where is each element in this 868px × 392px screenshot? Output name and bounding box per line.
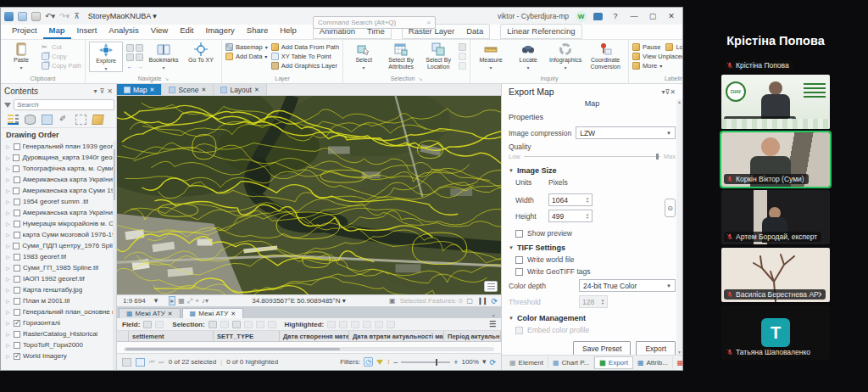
calculate-field-icon[interactable] bbox=[155, 321, 164, 328]
expand-icon[interactable]: ▷ bbox=[6, 165, 10, 171]
lock-view-icon[interactable]: ▢ bbox=[466, 297, 473, 305]
h3-icon[interactable] bbox=[351, 321, 359, 328]
switch-icon[interactable] bbox=[232, 321, 241, 328]
attributes-icon[interactable] bbox=[459, 62, 466, 70]
map-overlay-button[interactable] bbox=[484, 281, 498, 292]
dock-tab[interactable]: ▦ Chart P... bbox=[548, 356, 594, 369]
expand-icon[interactable]: ▷ bbox=[6, 276, 11, 282]
expand-icon[interactable]: ▷ bbox=[6, 265, 11, 271]
view-tab[interactable]: Scene ✕ bbox=[162, 84, 214, 95]
expand-icon[interactable]: ▷ bbox=[6, 154, 10, 160]
quality-slider[interactable] bbox=[524, 156, 660, 157]
paste-button[interactable]: Paste▾ bbox=[4, 42, 38, 70]
list-by-labeling-icon[interactable] bbox=[92, 115, 104, 125]
layer-row[interactable]: ▷ Дуровщина_карта 1940г geore... bbox=[1, 152, 116, 163]
color-depth-select[interactable]: 24-bit True Color▼ bbox=[579, 279, 676, 292]
layer-checkbox[interactable] bbox=[13, 243, 19, 249]
minimize-button[interactable]: — bbox=[628, 12, 640, 20]
account-badge[interactable]: W bbox=[576, 11, 587, 22]
h2-icon[interactable] bbox=[339, 321, 348, 328]
show-preview-checkbox[interactable] bbox=[515, 230, 523, 238]
select-by-attr-icon[interactable] bbox=[209, 321, 217, 328]
expand-icon[interactable]: ▷ bbox=[6, 188, 10, 193]
h6-icon[interactable] bbox=[387, 321, 395, 328]
form-view-icon[interactable] bbox=[136, 358, 145, 367]
view-tab[interactable]: Layout ✕ bbox=[214, 84, 266, 95]
close-view-icon[interactable]: ✕ bbox=[150, 87, 155, 93]
copy-path-button[interactable]: Copy Path bbox=[42, 62, 81, 70]
select-tool-icon[interactable]: ▸ bbox=[169, 296, 175, 305]
add-graphics-layer-button[interactable]: Add Graphics Layer bbox=[271, 62, 339, 70]
ribbon-tab[interactable]: Imagery bbox=[200, 24, 241, 39]
layer-checkbox[interactable] bbox=[14, 176, 20, 183]
zoom-in-table-icon[interactable]: + bbox=[453, 358, 458, 367]
expand-icon[interactable]: ▷ bbox=[6, 309, 11, 315]
column-header[interactable]: SETT_TYPE bbox=[214, 331, 280, 341]
export-button[interactable]: Export bbox=[636, 341, 676, 355]
layer-checkbox[interactable] bbox=[13, 188, 19, 194]
next-record-icon[interactable]: ⏭ bbox=[159, 359, 164, 366]
close-table-icon[interactable]: ✕ bbox=[231, 311, 236, 317]
ribbon-tab[interactable]: Linear Referencing bbox=[501, 25, 581, 38]
column-header[interactable]: Дата втрати актуальності матеріалу bbox=[349, 331, 444, 341]
layer-checkbox[interactable] bbox=[14, 210, 20, 216]
properties-section[interactable]: Properties bbox=[509, 113, 676, 121]
pause-labeling-button[interactable]: Pause bbox=[632, 43, 660, 51]
write-geotiff-tags-checkbox[interactable] bbox=[515, 268, 523, 276]
time-filter-icon[interactable]: ◷ bbox=[364, 357, 373, 367]
link-dimensions-icon[interactable]: ⊙ bbox=[665, 199, 676, 217]
add-data-from-path-button[interactable]: Add Data From Path bbox=[271, 43, 339, 51]
column-header[interactable]: settlement bbox=[129, 331, 214, 341]
ribbon-tab[interactable]: Project bbox=[6, 24, 43, 39]
layer-row[interactable]: ▷ 1954 georef summ .tif bbox=[1, 196, 116, 207]
close-view-icon[interactable]: ✕ bbox=[202, 87, 207, 93]
refresh-table-icon[interactable]: ⟳ bbox=[489, 358, 496, 367]
infographics-button[interactable]: Infographics▾ bbox=[548, 42, 582, 70]
layer-checkbox[interactable] bbox=[13, 154, 19, 161]
participant-tile[interactable]: T Татьяна Шаповаленко bbox=[721, 305, 830, 360]
map-view[interactable] bbox=[117, 96, 501, 294]
cut-button[interactable]: Cut bbox=[42, 43, 81, 51]
ribbon-tab[interactable]: Help bbox=[274, 24, 303, 39]
column-header[interactable]: Період актуальн bbox=[444, 331, 501, 341]
refresh-map-icon[interactable]: ⟳ bbox=[491, 297, 498, 305]
list-by-selection-icon[interactable] bbox=[42, 115, 53, 125]
layer-row[interactable]: ▷ World Imagery bbox=[1, 350, 116, 361]
previous-extent-icon[interactable]: ← bbox=[126, 63, 133, 70]
h4-icon[interactable] bbox=[363, 321, 371, 328]
add-field-icon[interactable] bbox=[143, 321, 152, 328]
expand-icon[interactable]: ▷ bbox=[6, 221, 11, 227]
table-panel-menu-icon[interactable]: ⌄ bbox=[491, 311, 499, 318]
write-world-file-checkbox[interactable] bbox=[515, 256, 523, 264]
copy-button[interactable]: Copy bbox=[42, 53, 81, 60]
dock-tab[interactable]: ▦ Attrib... bbox=[633, 356, 673, 369]
range-filter-icon[interactable] bbox=[376, 360, 383, 365]
participant-tile[interactable]: Коркін Віктор (Суми) bbox=[721, 132, 830, 187]
layer-row[interactable]: ▷ Суми_ГП_1985 Spline.tif bbox=[1, 262, 116, 273]
layer-checkbox[interactable] bbox=[14, 276, 20, 283]
list-by-snapping-icon[interactable] bbox=[75, 115, 86, 125]
expand-icon[interactable]: ▷ bbox=[6, 342, 11, 348]
expand-icon[interactable]: ▷ bbox=[6, 176, 11, 182]
audio-icon[interactable]: ♪▾ bbox=[202, 297, 209, 305]
layer-row[interactable]: ▷ Карта генштабу.jpg bbox=[1, 284, 116, 295]
participant-tile[interactable]: Артем Бородай, експерт bbox=[721, 190, 830, 244]
zoom-to-selection-icon[interactable] bbox=[459, 53, 466, 60]
scale-selector[interactable]: 1:9 694 ▾ bbox=[120, 296, 160, 305]
participant-tile[interactable]: Крістіна Попова bbox=[721, 56, 830, 71]
coordinates-readout[interactable]: 34.8093567°E 50.9089485°N ▾ bbox=[212, 297, 386, 305]
signed-in-user[interactable]: viktor - Cyberdjura-mp bbox=[498, 12, 569, 20]
help-button[interactable]: ? bbox=[609, 12, 621, 20]
ribbon-tab[interactable]: Map bbox=[43, 24, 71, 39]
dock-tab[interactable]: ▦ Export bbox=[594, 356, 633, 369]
image-size-section[interactable]: ▼Image Size bbox=[509, 166, 676, 175]
layer-row[interactable]: ▷ RasterCatalog_Historical bbox=[1, 328, 116, 339]
coordinate-conversion-button[interactable]: Coordinate Conversion bbox=[586, 42, 625, 70]
table-zoom-value[interactable]: 100% bbox=[461, 358, 478, 366]
xy-table-to-point-button[interactable]: XY Table To Point bbox=[271, 53, 339, 60]
maximize-button[interactable]: ▢ bbox=[647, 12, 659, 20]
select-by-location-button[interactable]: Select By Location bbox=[421, 42, 455, 70]
redo-button[interactable]: ↷▾ bbox=[59, 13, 70, 20]
customize-toolbar-icon[interactable]: ⊼ bbox=[74, 13, 80, 20]
expand-icon[interactable]: ▷ bbox=[6, 298, 11, 304]
